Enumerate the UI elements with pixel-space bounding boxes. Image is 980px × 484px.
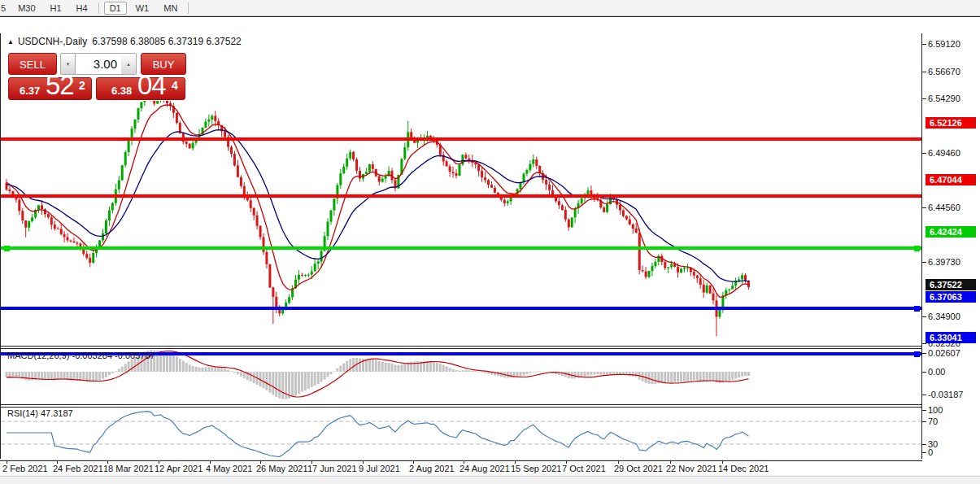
pane-splitter[interactable] [0, 346, 922, 347]
price-level-line-6.42424[interactable] [1, 246, 921, 250]
price-tag-6.37522: 6.37522 [926, 279, 976, 290]
price-tag-6.37063: 6.37063 [926, 291, 976, 303]
buy-price-pip-digit: 4 [172, 79, 178, 92]
toolbar-separator [98, 2, 99, 14]
line-drag-handle[interactable] [914, 306, 920, 312]
date-axis-label: 26 May 2021 [256, 464, 308, 473]
sell-price-big-digits: 52 [46, 70, 74, 101]
rsi-indicator-canvas [0, 407, 922, 460]
chart-window: ▲USDCNH-,Daily6.37598 6.38085 6.37319 6.… [0, 16, 980, 459]
volume-input[interactable] [76, 53, 121, 75]
date-axis-label: 2 Aug 2021 [409, 464, 455, 473]
price-axis-tick-label: -0.03187 [928, 390, 963, 399]
buy-price-display[interactable]: 6.38 04 4 [96, 77, 185, 100]
line-drag-handle[interactable] [4, 246, 10, 251]
date-axis: 2 Feb 202124 Feb 202118 Mar 202112 Apr 2… [0, 461, 922, 475]
rsi-label: RSI(14) 47.3187 [7, 408, 73, 418]
price-axis-tick-label: 6.56670 [928, 67, 960, 76]
date-axis-label: 24 Feb 2021 [53, 464, 103, 473]
axis-tick-mark [922, 343, 926, 344]
mt4-terminal-window: 5M30H1H4D1W1MN ▲USDCNH-,Daily6.37598 6.3… [0, 0, 980, 484]
macd-pane-top-border [0, 348, 922, 349]
axis-tick-mark [922, 444, 926, 445]
price-axis-tick-label: 6.34900 [928, 312, 960, 321]
buy-price-prefix: 6.38 [111, 85, 132, 97]
collapse-panel-icon[interactable]: ▲ [7, 38, 14, 46]
sell-price-prefix: 6.37 [20, 85, 40, 97]
axis-tick-mark [922, 262, 926, 263]
axis-tick-mark [922, 421, 926, 422]
price-axis: 6.591206.566706.542906.494606.445606.397… [922, 34, 980, 475]
pane-splitter[interactable] [0, 404, 922, 405]
rsi-pane-top-border [0, 407, 922, 408]
timeframe-button-mn[interactable]: MN [158, 2, 183, 15]
timeframe-button-w1[interactable]: W1 [130, 2, 155, 15]
price-axis-tick-label: 0 [928, 447, 933, 457]
axis-tick-mark [922, 153, 926, 154]
date-axis-label: 24 Aug 2021 [460, 464, 510, 473]
timeframe-button-h1[interactable]: H1 [45, 2, 68, 15]
price-axis-tick-label: 6.54290 [928, 94, 960, 103]
sell-price-pip-digit: 2 [79, 79, 85, 92]
price-axis-tick-label: 6.59120 [928, 39, 960, 49]
price-axis-tick-label: 0.02607 [928, 348, 960, 358]
date-axis-label: 12 Apr 2021 [155, 464, 203, 473]
date-axis-label: 7 Oct 2021 [562, 464, 606, 473]
price-tag-6.47044: 6.47044 [926, 174, 976, 185]
timeframe-toolbar: 5M30H1H4D1W1MN [0, 0, 980, 16]
date-axis-label: 29 Oct 2021 [614, 464, 663, 473]
price-axis-tick-label: 0.00 [928, 367, 945, 377]
toolbar-separator [188, 2, 189, 14]
price-axis-tick-label: 6.44560 [928, 203, 960, 212]
axis-tick-mark [922, 452, 926, 453]
chart-symbol-label: USDCNH-,Daily [18, 36, 87, 47]
date-axis-label: 22 Nov 2021 [666, 464, 716, 473]
buy-price-big-digits: 04 [137, 70, 166, 101]
date-axis-label: 18 Mar 2021 [103, 464, 154, 473]
price-axis-tick-label: 6.49460 [928, 148, 960, 158]
axis-tick-mark [922, 98, 926, 99]
timeframe-button-h4[interactable]: H4 [71, 2, 94, 15]
one-click-trading-panel: SELL ▼ ▲ BUY 6.37 52 2 6.38 04 4 [5, 51, 190, 101]
date-axis-label: 2 Feb 2021 [2, 464, 48, 473]
date-axis-label: 15 Sep 2021 [511, 464, 561, 473]
date-axis-label: 17 Jun 2021 [307, 464, 357, 473]
price-tag-6.52126: 6.52126 [926, 117, 976, 129]
date-axis-label: 9 Jul 2021 [359, 464, 400, 473]
price-tag-6.42424: 6.42424 [926, 226, 976, 238]
sell-price-display[interactable]: 6.37 52 2 [8, 77, 92, 100]
chart-ohlc-values: 6.37598 6.38085 6.37319 6.37522 [92, 36, 242, 47]
axis-tick-mark [922, 207, 926, 208]
chart-title: ▲USDCNH-,Daily6.37598 6.38085 6.37319 6.… [7, 36, 242, 47]
timeframe-button-d1[interactable]: D1 [104, 2, 127, 15]
axis-tick-mark [922, 44, 926, 45]
axis-tick-mark [922, 353, 926, 354]
price-tag-6.33041: 6.33041 [926, 332, 976, 343]
axis-tick-mark [922, 410, 926, 411]
date-axis-label: 14 Dec 2021 [718, 464, 769, 473]
macd-label: MACD(12,26,9) -0.003284 -0.005787 [7, 351, 155, 360]
status-bar [0, 476, 980, 484]
price-axis-tick-label: 100 [928, 405, 943, 415]
timeframe-button-5[interactable]: 5 [0, 2, 9, 15]
price-level-line-6.52126[interactable] [1, 137, 921, 141]
price-level-line-6.47044[interactable] [1, 194, 921, 198]
axis-tick-mark [922, 372, 926, 373]
price-axis-tick-label: 6.39730 [928, 257, 960, 267]
price-axis-tick-label: 70 [928, 416, 938, 426]
timeframe-button-m30[interactable]: M30 [12, 2, 41, 15]
line-drag-handle[interactable] [914, 246, 920, 251]
line-drag-handle[interactable] [914, 351, 920, 357]
date-axis-label: 4 May 2021 [206, 464, 252, 473]
price-level-line-6.37063[interactable] [1, 307, 921, 310]
axis-tick-mark [922, 316, 926, 317]
axis-tick-mark [922, 395, 926, 395]
axis-tick-mark [922, 72, 926, 72]
volume-increase-button[interactable]: ▲ [121, 53, 137, 75]
